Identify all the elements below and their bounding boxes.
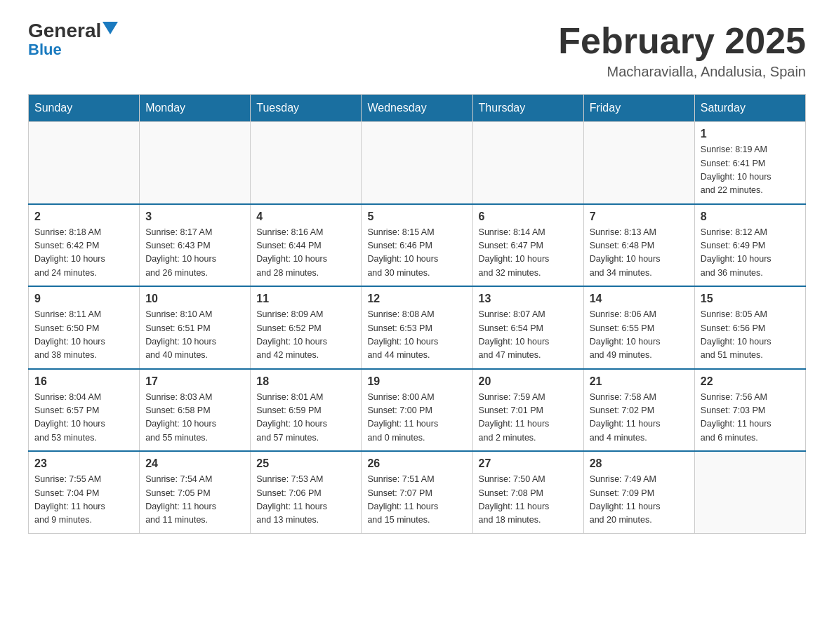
calendar-cell: 26Sunrise: 7:51 AM Sunset: 7:07 PM Dayli…: [362, 451, 472, 533]
day-number: 9: [34, 293, 133, 305]
day-info: Sunrise: 8:16 AM Sunset: 6:44 PM Dayligh…: [256, 226, 355, 281]
day-number: 21: [590, 375, 689, 388]
day-info: Sunrise: 8:04 AM Sunset: 6:57 PM Dayligh…: [34, 391, 133, 445]
calendar-cell: 22Sunrise: 7:56 AM Sunset: 7:03 PM Dayli…: [694, 369, 805, 452]
calendar-cell: 17Sunrise: 8:03 AM Sunset: 6:58 PM Dayli…: [140, 369, 251, 452]
day-number: 6: [479, 210, 578, 223]
calendar-week-row: 23Sunrise: 7:55 AM Sunset: 7:04 PM Dayli…: [29, 451, 806, 533]
day-info: Sunrise: 8:10 AM Sunset: 6:51 PM Dayligh…: [145, 308, 244, 363]
calendar-cell: 25Sunrise: 7:53 AM Sunset: 7:06 PM Dayli…: [251, 451, 362, 533]
calendar-cell: 10Sunrise: 8:10 AM Sunset: 6:51 PM Dayli…: [140, 286, 251, 369]
day-info: Sunrise: 7:50 AM Sunset: 7:08 PM Dayligh…: [479, 473, 578, 528]
calendar-cell: 19Sunrise: 8:00 AM Sunset: 7:00 PM Dayli…: [362, 369, 472, 452]
day-number: 16: [34, 375, 133, 388]
day-info: Sunrise: 8:01 AM Sunset: 6:59 PM Dayligh…: [256, 391, 355, 445]
day-number: 8: [701, 210, 800, 223]
day-info: Sunrise: 8:07 AM Sunset: 6:54 PM Dayligh…: [479, 308, 578, 363]
day-number: 15: [701, 293, 800, 305]
calendar-cell: [140, 122, 251, 204]
calendar-cell: 6Sunrise: 8:14 AM Sunset: 6:47 PM Daylig…: [472, 204, 583, 287]
day-info: Sunrise: 8:09 AM Sunset: 6:52 PM Dayligh…: [256, 308, 355, 363]
day-info: Sunrise: 7:53 AM Sunset: 7:06 PM Dayligh…: [256, 473, 355, 528]
day-number: 3: [145, 210, 244, 223]
day-info: Sunrise: 8:19 AM Sunset: 6:41 PM Dayligh…: [701, 143, 800, 198]
calendar-cell: 18Sunrise: 8:01 AM Sunset: 6:59 PM Dayli…: [251, 369, 362, 452]
day-number: 4: [256, 210, 355, 223]
day-info: Sunrise: 7:55 AM Sunset: 7:04 PM Dayligh…: [34, 473, 133, 528]
calendar-cell: [472, 122, 583, 204]
day-info: Sunrise: 8:12 AM Sunset: 6:49 PM Dayligh…: [701, 226, 800, 281]
day-number: 5: [367, 210, 466, 223]
day-info: Sunrise: 7:58 AM Sunset: 7:02 PM Dayligh…: [590, 391, 689, 445]
day-number: 24: [145, 457, 244, 470]
day-number: 11: [256, 293, 355, 305]
day-number: 26: [367, 457, 466, 470]
calendar-cell: [362, 122, 472, 204]
logo-general: General: [28, 21, 101, 41]
header-wednesday: Wednesday: [362, 95, 472, 122]
calendar-cell: 9Sunrise: 8:11 AM Sunset: 6:50 PM Daylig…: [29, 286, 140, 369]
calendar-cell: 8Sunrise: 8:12 AM Sunset: 6:49 PM Daylig…: [694, 204, 805, 287]
day-info: Sunrise: 8:14 AM Sunset: 6:47 PM Dayligh…: [479, 226, 578, 281]
calendar-cell: 15Sunrise: 8:05 AM Sunset: 6:56 PM Dayli…: [694, 286, 805, 369]
day-info: Sunrise: 8:06 AM Sunset: 6:55 PM Dayligh…: [590, 308, 689, 363]
day-info: Sunrise: 8:05 AM Sunset: 6:56 PM Dayligh…: [701, 308, 800, 363]
calendar-cell: 20Sunrise: 7:59 AM Sunset: 7:01 PM Dayli…: [472, 369, 583, 452]
day-info: Sunrise: 7:49 AM Sunset: 7:09 PM Dayligh…: [590, 473, 689, 528]
calendar-table: Sunday Monday Tuesday Wednesday Thursday…: [28, 94, 806, 534]
day-number: 2: [34, 210, 133, 223]
calendar-week-row: 9Sunrise: 8:11 AM Sunset: 6:50 PM Daylig…: [29, 286, 806, 369]
day-info: Sunrise: 8:08 AM Sunset: 6:53 PM Dayligh…: [367, 308, 466, 363]
day-info: Sunrise: 8:17 AM Sunset: 6:43 PM Dayligh…: [145, 226, 244, 281]
day-number: 10: [145, 293, 244, 305]
day-info: Sunrise: 7:59 AM Sunset: 7:01 PM Dayligh…: [479, 391, 578, 445]
calendar-cell: 7Sunrise: 8:13 AM Sunset: 6:48 PM Daylig…: [583, 204, 694, 287]
page-header: General Blue February 2025 Macharavialla…: [28, 21, 806, 80]
calendar-cell: 21Sunrise: 7:58 AM Sunset: 7:02 PM Dayli…: [583, 369, 694, 452]
day-number: 22: [701, 375, 800, 388]
day-info: Sunrise: 8:11 AM Sunset: 6:50 PM Dayligh…: [34, 308, 133, 363]
calendar-cell: 11Sunrise: 8:09 AM Sunset: 6:52 PM Dayli…: [251, 286, 362, 369]
day-info: Sunrise: 7:54 AM Sunset: 7:05 PM Dayligh…: [145, 473, 244, 528]
calendar-cell: 27Sunrise: 7:50 AM Sunset: 7:08 PM Dayli…: [472, 451, 583, 533]
day-number: 20: [479, 375, 578, 388]
header-sunday: Sunday: [29, 95, 140, 122]
calendar-cell: 2Sunrise: 8:18 AM Sunset: 6:42 PM Daylig…: [29, 204, 140, 287]
header-tuesday: Tuesday: [251, 95, 362, 122]
day-number: 1: [701, 128, 800, 140]
calendar-cell: 14Sunrise: 8:06 AM Sunset: 6:55 PM Dayli…: [583, 286, 694, 369]
day-info: Sunrise: 8:15 AM Sunset: 6:46 PM Dayligh…: [367, 226, 466, 281]
day-number: 25: [256, 457, 355, 470]
header-monday: Monday: [140, 95, 251, 122]
day-number: 17: [145, 375, 244, 388]
day-number: 28: [590, 457, 689, 470]
day-info: Sunrise: 8:03 AM Sunset: 6:58 PM Dayligh…: [145, 391, 244, 445]
calendar-cell: 28Sunrise: 7:49 AM Sunset: 7:09 PM Dayli…: [583, 451, 694, 533]
calendar-cell: [251, 122, 362, 204]
day-number: 7: [590, 210, 689, 223]
day-info: Sunrise: 7:51 AM Sunset: 7:07 PM Dayligh…: [367, 473, 466, 528]
calendar-week-row: 16Sunrise: 8:04 AM Sunset: 6:57 PM Dayli…: [29, 369, 806, 452]
day-info: Sunrise: 7:56 AM Sunset: 7:03 PM Dayligh…: [701, 391, 800, 445]
title-section: February 2025 Macharavialla, Andalusia, …: [558, 21, 806, 80]
calendar-cell: 23Sunrise: 7:55 AM Sunset: 7:04 PM Dayli…: [29, 451, 140, 533]
calendar-cell: 12Sunrise: 8:08 AM Sunset: 6:53 PM Dayli…: [362, 286, 472, 369]
calendar-cell: 1Sunrise: 8:19 AM Sunset: 6:41 PM Daylig…: [694, 122, 805, 204]
day-number: 27: [479, 457, 578, 470]
logo-blue: Blue: [28, 41, 62, 59]
calendar-week-row: 2Sunrise: 8:18 AM Sunset: 6:42 PM Daylig…: [29, 204, 806, 287]
header-saturday: Saturday: [694, 95, 805, 122]
day-info: Sunrise: 8:00 AM Sunset: 7:00 PM Dayligh…: [367, 391, 466, 445]
calendar-cell: 3Sunrise: 8:17 AM Sunset: 6:43 PM Daylig…: [140, 204, 251, 287]
calendar-cell: 16Sunrise: 8:04 AM Sunset: 6:57 PM Dayli…: [29, 369, 140, 452]
location-title: Macharavialla, Andalusia, Spain: [558, 64, 806, 80]
header-friday: Friday: [583, 95, 694, 122]
month-title: February 2025: [558, 21, 806, 61]
calendar-week-row: 1Sunrise: 8:19 AM Sunset: 6:41 PM Daylig…: [29, 122, 806, 204]
calendar-cell: 13Sunrise: 8:07 AM Sunset: 6:54 PM Dayli…: [472, 286, 583, 369]
svg-marker-0: [102, 22, 118, 34]
logo: General Blue: [28, 21, 118, 59]
header-thursday: Thursday: [472, 95, 583, 122]
day-number: 13: [479, 293, 578, 305]
day-number: 18: [256, 375, 355, 388]
